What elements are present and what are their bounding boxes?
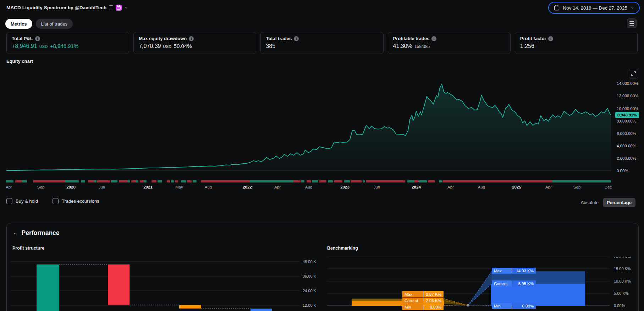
x-axis-month-label: Sep — [573, 185, 580, 189]
tooltip-value: 14.03 K% — [512, 268, 536, 274]
x-axis-month-label: Dec — [605, 185, 612, 189]
losing-trades-segment — [33, 180, 65, 182]
equity-y-tick: 14,000.00% — [617, 81, 638, 86]
checkbox-label: Trades excursions — [62, 198, 99, 204]
x-axis-month-label: Aug — [478, 185, 485, 189]
profit-structure-canvas[interactable] — [0, 254, 323, 311]
winning-trades-segment — [6, 180, 13, 182]
list-icon — [629, 21, 634, 22]
checkbox-trades-excursions[interactable] — [53, 198, 59, 204]
x-axis-year-label: 2023 — [340, 185, 349, 189]
benchmarking-y-tick: 0.00% — [614, 304, 625, 308]
winning-trades-segment — [249, 180, 293, 182]
scale-absolute-option[interactable]: Absolute — [580, 200, 599, 205]
equity-y-tick: 8,000.00% — [617, 119, 636, 123]
losing-trades-segment — [167, 180, 170, 182]
benchmark-tooltip-orange: Max2.87 K% Current2.03 K% Min0.00% — [402, 291, 444, 310]
x-axis-month-label: Apr — [447, 185, 454, 189]
equity-x-axis[interactable]: AprSep2020Jun2021MayAug2022AprAug2023Jun… — [0, 185, 644, 191]
metric-sub: 159/385 — [414, 44, 430, 49]
report-layout-button[interactable] — [627, 18, 637, 28]
losing-trades-segment — [201, 180, 249, 182]
losing-trades-segment — [97, 180, 110, 182]
winning-trades-segment — [301, 180, 304, 182]
benchmarking-y-tick: 20.00 K% — [614, 257, 631, 259]
winning-trades-segment — [419, 180, 427, 182]
losing-trades-segment — [88, 180, 94, 182]
winning-trades-segment — [312, 180, 318, 182]
metric-label: Max equity drawdown — [139, 36, 187, 41]
losing-trades-segment — [119, 180, 127, 182]
losing-trades-segment — [442, 180, 552, 182]
x-axis-year-label: 2021 — [143, 185, 153, 189]
metric-card-total-pnl: Total P&Li +8,946.91USD+8,946.91% — [6, 32, 129, 54]
profit-structure-y-tick: 36.00 K — [303, 274, 316, 278]
waterfall-bar-commission — [179, 305, 201, 309]
chevron-down-icon[interactable]: ⌄ — [13, 229, 18, 236]
chevron-down-icon[interactable]: ⌄ — [124, 5, 128, 9]
tab-metrics[interactable]: Metrics — [5, 19, 32, 29]
report-tabs: Metrics List of trades — [5, 19, 73, 29]
losing-trades-segment — [293, 180, 301, 182]
winning-trades-segment — [193, 180, 197, 182]
winning-trades-segment — [65, 180, 79, 182]
winning-trades-segment — [439, 180, 442, 182]
waterfall-bar-net-profit — [251, 309, 272, 311]
losing-trades-segment — [414, 180, 419, 182]
tooltip-label: Max — [492, 268, 512, 274]
metric-value: 7,070.39 — [139, 43, 161, 49]
benchmarking-title: Benchmarking — [327, 246, 358, 251]
trade-result-strip[interactable] — [0, 180, 644, 183]
equity-chart-canvas[interactable] — [0, 67, 644, 178]
winning-trades-segment — [127, 180, 130, 182]
tooltip-label: Min — [492, 303, 512, 309]
metric-value: 385 — [266, 43, 275, 49]
losing-trades-segment — [319, 180, 326, 182]
tooltip-value: 2.03 K% — [423, 298, 444, 304]
buy-hold-toggle[interactable]: Buy & hold — [6, 198, 38, 204]
calendar-icon — [554, 5, 560, 11]
losing-trades-segment — [140, 180, 144, 182]
profit-structure-title: Profit structure — [12, 246, 44, 251]
winning-trades-segment — [407, 180, 414, 182]
winning-trades-segment — [81, 180, 85, 182]
profit-structure-y-tick: 24.00 K — [303, 289, 316, 293]
performance-header[interactable]: ⌄ Performance — [13, 229, 60, 237]
winning-trades-segment — [552, 180, 611, 182]
info-icon[interactable]: i — [35, 36, 40, 41]
benchmarking-y-tick: 10.00 K% — [614, 279, 631, 283]
info-icon[interactable]: i — [189, 36, 194, 41]
equity-y-tick: 2,000.00% — [617, 156, 636, 160]
equity-y-tick: 12,000.00% — [617, 94, 638, 98]
trades-excursions-toggle[interactable]: Trades excursions — [53, 198, 99, 204]
metric-extra: 50.04% — [174, 43, 192, 49]
tooltip-value: 0.00% — [423, 304, 444, 310]
benchmark-bar-current-strategy-blue — [491, 284, 585, 306]
metric-card-profitable-trades: Profitable tradesi 41.30%159/385 — [388, 32, 511, 54]
strategy-tester-panel: MACD Liquidity Spectrum by @DaviddTech ⌄… — [0, 0, 644, 311]
x-axis-month-label: Aug — [205, 185, 212, 189]
strategy-title-row[interactable]: MACD Liquidity Spectrum by @DaviddTech ⌄ — [6, 5, 128, 11]
metric-value: 41.30% — [393, 43, 412, 49]
connector-dot — [467, 304, 469, 307]
benchmarking-chart[interactable]: 20.00 K%15.00 K%10.00 K%5.00 K%0.00% Max… — [323, 257, 644, 311]
info-icon[interactable]: i — [294, 36, 299, 41]
metric-card-total-trades: Total tradesi 385 — [260, 32, 383, 54]
checkbox-buy-hold[interactable] — [6, 198, 12, 204]
date-range-button[interactable]: Nov 14, 2018 — Dec 27, 2025 ⌄ — [548, 2, 640, 14]
x-axis-year-label: 2024 — [412, 185, 421, 189]
metric-label: Profitable trades — [393, 36, 430, 41]
x-axis-month-label: Sep — [37, 185, 44, 189]
info-icon[interactable]: i — [548, 36, 553, 41]
scale-percentage-option[interactable]: Percentage — [603, 198, 635, 207]
info-icon[interactable]: i — [431, 36, 436, 41]
tooltip-value: 0.00% — [512, 303, 536, 309]
tab-list-of-trades[interactable]: List of trades — [36, 19, 73, 29]
losing-trades-segment — [307, 180, 311, 182]
losing-trades-segment — [131, 180, 136, 182]
winning-trades-segment — [136, 180, 138, 182]
chart-controls: Buy & hold Trades excursions Absolute Pe… — [6, 198, 638, 208]
winning-trades-segment — [111, 180, 117, 182]
losing-trades-segment — [428, 180, 435, 182]
metric-label: Total trades — [266, 36, 292, 41]
